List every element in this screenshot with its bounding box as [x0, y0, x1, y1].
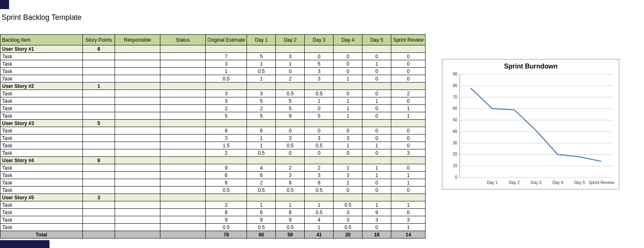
- task-value[interactable]: 9: [206, 164, 247, 172]
- task-value[interactable]: 0.5: [276, 187, 305, 194]
- task-value[interactable]: 0: [391, 75, 425, 83]
- task-value[interactable]: 3: [305, 172, 334, 179]
- task-responsible[interactable]: [115, 135, 160, 142]
- task-value[interactable]: 0: [391, 60, 425, 68]
- task-value[interactable]: 0.5: [276, 224, 305, 231]
- story-name[interactable]: User Story #5: [0, 194, 83, 201]
- task-value[interactable]: 6: [247, 172, 276, 179]
- story-name[interactable]: User Story #3: [0, 120, 83, 127]
- story-name[interactable]: User Story #4: [0, 157, 83, 164]
- task-value[interactable]: 0: [391, 142, 425, 149]
- task-value[interactable]: 0: [276, 127, 305, 135]
- task-value[interactable]: 5: [247, 97, 276, 105]
- task-value[interactable]: 1: [334, 97, 362, 105]
- task-value[interactable]: 0: [391, 53, 425, 60]
- story-name[interactable]: User Story #2: [0, 83, 83, 90]
- task-value[interactable]: 1.5: [206, 142, 247, 149]
- task-status[interactable]: [160, 135, 206, 142]
- task-status[interactable]: [160, 149, 206, 157]
- task-value[interactable]: 1: [334, 75, 362, 83]
- task-value[interactable]: 0.5: [247, 68, 276, 75]
- task-status[interactable]: [160, 105, 206, 112]
- task-value[interactable]: 3: [305, 75, 334, 83]
- task-value[interactable]: 1: [362, 142, 391, 149]
- task-value[interactable]: 0: [362, 90, 391, 97]
- task-value[interactable]: 0.5: [305, 187, 334, 194]
- task-value[interactable]: 1: [334, 112, 362, 120]
- task-value[interactable]: 0: [391, 68, 425, 75]
- task-value[interactable]: 3: [247, 90, 276, 97]
- task-value[interactable]: 1: [334, 179, 362, 187]
- task-value[interactable]: 1: [276, 201, 305, 209]
- task-value[interactable]: 6: [247, 127, 276, 135]
- task-points[interactable]: [83, 187, 115, 194]
- task-name[interactable]: Task: [0, 164, 83, 172]
- task-value[interactable]: 1: [305, 224, 334, 231]
- task-responsible[interactable]: [115, 172, 160, 179]
- task-value[interactable]: 2: [391, 90, 425, 97]
- task-value[interactable]: 0: [334, 68, 362, 75]
- task-value[interactable]: 0: [391, 187, 425, 194]
- task-status[interactable]: [160, 90, 206, 97]
- task-value[interactable]: 0.5: [247, 224, 276, 231]
- task-value[interactable]: 5: [305, 60, 334, 68]
- task-name[interactable]: Task: [0, 149, 83, 157]
- task-responsible[interactable]: [115, 187, 160, 194]
- task-points[interactable]: [83, 53, 115, 60]
- task-value[interactable]: 1: [305, 201, 334, 209]
- story-points[interactable]: 3: [83, 194, 115, 201]
- task-name[interactable]: Task: [0, 127, 83, 135]
- task-value[interactable]: 1: [334, 142, 362, 149]
- task-value[interactable]: 1: [334, 105, 362, 112]
- task-value[interactable]: 0: [362, 149, 391, 157]
- task-points[interactable]: [83, 90, 115, 97]
- task-value[interactable]: 7: [206, 53, 247, 60]
- task-status[interactable]: [160, 187, 206, 194]
- task-value[interactable]: 3: [206, 135, 247, 142]
- task-value[interactable]: 0: [334, 149, 362, 157]
- task-name[interactable]: Task: [0, 105, 83, 112]
- task-name[interactable]: Task: [0, 216, 83, 224]
- task-value[interactable]: 6: [206, 179, 247, 187]
- task-name[interactable]: Task: [0, 60, 83, 68]
- task-value[interactable]: 0.5: [334, 224, 362, 231]
- task-points[interactable]: [83, 97, 115, 105]
- task-points[interactable]: [83, 112, 115, 120]
- task-value[interactable]: 1: [206, 68, 247, 75]
- task-responsible[interactable]: [115, 68, 160, 75]
- task-status[interactable]: [160, 112, 206, 120]
- task-value[interactable]: 1: [334, 164, 362, 172]
- task-status[interactable]: [160, 127, 206, 135]
- task-status[interactable]: [160, 164, 206, 172]
- task-value[interactable]: 4: [305, 216, 334, 224]
- task-value[interactable]: 6: [247, 209, 276, 216]
- task-value[interactable]: 0: [362, 112, 391, 120]
- task-status[interactable]: [160, 60, 206, 68]
- task-responsible[interactable]: [115, 209, 160, 216]
- task-responsible[interactable]: [115, 149, 160, 157]
- task-name[interactable]: Task: [0, 142, 83, 149]
- task-value[interactable]: 9: [276, 112, 305, 120]
- task-value[interactable]: 2: [276, 75, 305, 83]
- task-value[interactable]: 0: [305, 127, 334, 135]
- task-status[interactable]: [160, 172, 206, 179]
- task-value[interactable]: 3: [305, 68, 334, 75]
- task-value[interactable]: 0.5: [305, 209, 334, 216]
- task-name[interactable]: Task: [0, 187, 83, 194]
- task-value[interactable]: 0: [334, 187, 362, 194]
- task-value[interactable]: 1: [305, 97, 334, 105]
- task-value[interactable]: 1: [247, 60, 276, 68]
- task-value[interactable]: 0: [305, 149, 334, 157]
- task-value[interactable]: 0: [276, 68, 305, 75]
- task-value[interactable]: 1: [247, 142, 276, 149]
- task-value[interactable]: 0: [362, 53, 391, 60]
- task-name[interactable]: Task: [0, 179, 83, 187]
- task-value[interactable]: 0: [391, 97, 425, 105]
- task-value[interactable]: 2: [276, 164, 305, 172]
- task-value[interactable]: 0: [334, 90, 362, 97]
- task-value[interactable]: 8: [305, 179, 334, 187]
- story-points[interactable]: 8: [83, 45, 115, 53]
- task-value[interactable]: 0.5: [206, 187, 247, 194]
- task-value[interactable]: 0: [362, 105, 391, 112]
- task-status[interactable]: [160, 209, 206, 216]
